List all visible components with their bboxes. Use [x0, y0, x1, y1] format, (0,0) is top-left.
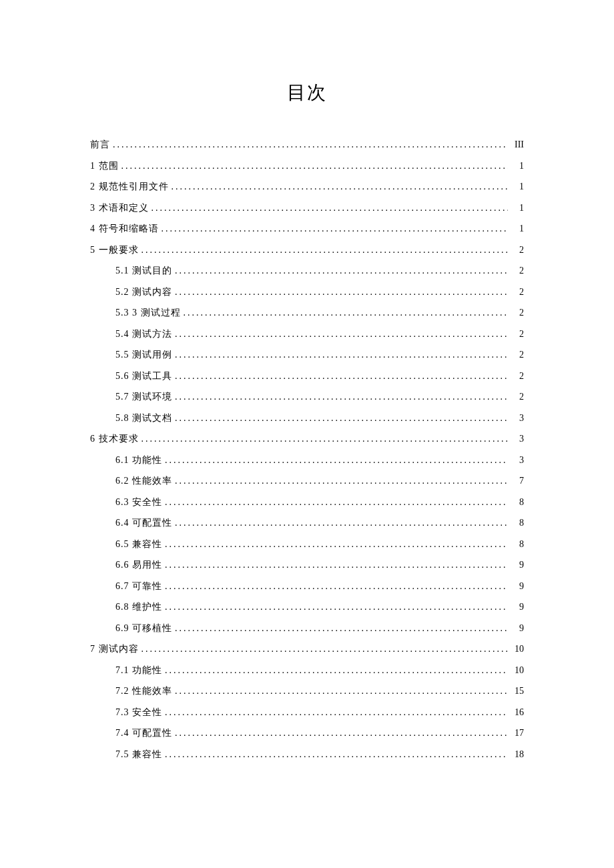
toc-entry: 7.5 兼容性18	[90, 750, 524, 759]
toc-entry: 6.8 维护性9	[90, 602, 524, 612]
toc-leader-dots	[162, 708, 508, 717]
toc-entry-label: 5.1 测试目的	[115, 266, 172, 276]
toc-leader-dots	[119, 161, 509, 171]
toc-entry-page: 18	[508, 750, 524, 759]
toc-entry-label: 6.6 易用性	[115, 560, 162, 570]
toc-leader-dots	[162, 582, 508, 591]
toc-entry: 7 测试内容10	[90, 644, 524, 654]
toc-entry-label: 5.7 测试环境	[115, 392, 172, 402]
toc-entry-label: 6.3 安全性	[115, 498, 162, 507]
toc-entry-page: 10	[508, 666, 524, 675]
toc-leader-dots	[162, 456, 508, 465]
toc-entry-page: 2	[508, 266, 524, 276]
toc-entry-page: 10	[508, 644, 524, 654]
toc-entry-label: 6.7 可靠性	[115, 582, 162, 591]
toc-leader-dots	[110, 140, 508, 149]
toc-entry-page: 2	[508, 308, 524, 318]
toc-entry-label: 5.6 测试工具	[115, 372, 172, 381]
toc-entry-label: 6.4 可配置性	[115, 518, 172, 528]
toc-entry-label: 5 一般要求	[90, 246, 139, 255]
toc-leader-dots	[139, 246, 509, 255]
toc-leader-dots	[162, 750, 508, 759]
toc-entry-page: 9	[508, 602, 524, 612]
toc-entry-label: 3 术语和定义	[90, 203, 149, 213]
toc-leader-dots	[162, 602, 508, 612]
toc-entry-label: 5.2 测试内容	[115, 288, 172, 297]
toc-leader-dots	[172, 476, 508, 486]
toc-leader-dots	[172, 392, 508, 402]
toc-entry-page: 8	[508, 498, 524, 507]
toc-entry-label: 6.9 可移植性	[115, 624, 172, 633]
toc-entry-label: 5.8 测试文档	[115, 414, 172, 423]
toc-entry-label: 7.3 安全性	[115, 708, 162, 717]
toc-leader-dots	[162, 666, 508, 675]
toc-entry-page: 3	[508, 456, 524, 465]
toc-leader-dots	[172, 518, 508, 528]
toc-entry-page: III	[508, 140, 524, 149]
toc-entry-label: 前言	[90, 140, 110, 149]
toc-leader-dots	[162, 498, 508, 507]
toc-entry: 2 规范性引用文件1	[90, 182, 524, 191]
toc-entry: 5.7 测试环境2	[90, 392, 524, 402]
toc-leader-dots	[181, 308, 509, 318]
toc-entry-label: 7 测试内容	[90, 644, 139, 654]
toc-entry-label: 7.2 性能效率	[115, 687, 172, 696]
toc-leader-dots	[139, 644, 509, 654]
toc-entry: 6.6 易用性9	[90, 560, 524, 570]
toc-entry-page: 17	[508, 729, 524, 738]
toc-entry: 5.3 3 测试过程2	[90, 308, 524, 318]
toc-entry: 6.3 安全性8	[90, 498, 524, 507]
toc-entry: 5.2 测试内容2	[90, 288, 524, 297]
toc-entry: 6.1 功能性3	[90, 456, 524, 465]
toc-entry: 5.1 测试目的2	[90, 266, 524, 276]
toc-entry-label: 1 范围	[90, 161, 119, 171]
toc-entry-label: 7.5 兼容性	[115, 750, 162, 759]
toc-entry: 7.3 安全性16	[90, 708, 524, 717]
toc-entry: 5.6 测试工具2	[90, 372, 524, 381]
toc-entry-label: 6.5 兼容性	[115, 540, 162, 549]
toc-entry-page: 2	[508, 372, 524, 381]
toc-entry: 7.4 可配置性17	[90, 729, 524, 738]
toc-leader-dots	[159, 224, 509, 234]
toc-entry-page: 2	[508, 392, 524, 402]
toc-entry-page: 7	[508, 476, 524, 486]
toc-entry-label: 6.8 维护性	[115, 602, 162, 612]
toc-entry: 6.2 性能效率7	[90, 476, 524, 486]
toc-entry-label: 6.2 性能效率	[115, 476, 172, 486]
toc-entry: 5.5 测试用例2	[90, 350, 524, 360]
toc-leader-dots	[172, 414, 508, 423]
toc-entry: 6.7 可靠性9	[90, 582, 524, 591]
toc-entry: 1 范围1	[90, 161, 524, 171]
toc-leader-dots	[172, 288, 508, 297]
toc-entry-page: 15	[508, 687, 524, 696]
toc-entry-page: 1	[508, 182, 524, 191]
toc-entry: 前言III	[90, 140, 524, 149]
toc-entry-page: 8	[508, 540, 524, 549]
toc-entry: 7.2 性能效率15	[90, 687, 524, 696]
toc-entry-page: 9	[508, 582, 524, 591]
toc-entry-page: 2	[508, 330, 524, 339]
toc-entry: 7.1 功能性10	[90, 666, 524, 675]
toc-entry-page: 8	[508, 518, 524, 528]
toc-entry-label: 6 技术要求	[90, 434, 139, 444]
toc-entry-label: 5.4 测试方法	[115, 330, 172, 339]
toc-leader-dots	[162, 560, 508, 570]
toc-leader-dots	[162, 540, 508, 549]
toc-entry-label: 2 规范性引用文件	[90, 182, 169, 191]
toc-entry-page: 3	[508, 414, 524, 423]
toc-entry-label: 7.1 功能性	[115, 666, 162, 675]
toc-entry-label: 5.3 3 测试过程	[115, 308, 181, 318]
toc-leader-dots	[172, 372, 508, 381]
toc-entry-label: 4 符号和缩略语	[90, 224, 159, 234]
toc-entry-page: 9	[508, 560, 524, 570]
toc-title: 目次	[90, 80, 524, 105]
toc-leader-dots	[169, 182, 509, 191]
toc-entry-page: 1	[508, 161, 524, 171]
toc-entry-label: 6.1 功能性	[115, 456, 162, 465]
toc-entry: 3 术语和定义1	[90, 203, 524, 213]
toc-entry-page: 1	[508, 224, 524, 234]
toc-leader-dots	[172, 729, 508, 738]
toc-leader-dots	[172, 330, 508, 339]
toc-entry-label: 5.5 测试用例	[115, 350, 172, 360]
toc-entry-page: 1	[508, 203, 524, 213]
